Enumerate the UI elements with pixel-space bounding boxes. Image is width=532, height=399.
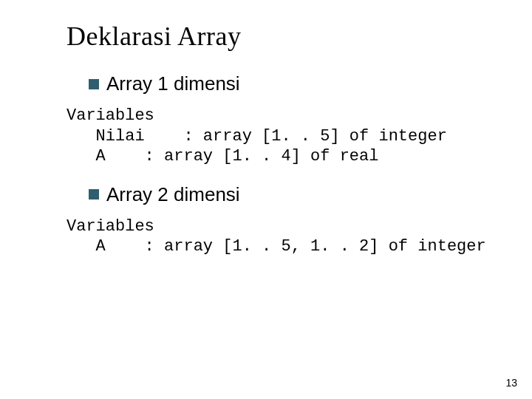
page-title: Deklarasi Array bbox=[66, 21, 488, 52]
slide: Deklarasi Array Array 1 dimensi Variable… bbox=[0, 0, 532, 399]
page-number: 13 bbox=[505, 377, 517, 389]
bullet-text-1d: Array 1 dimensi bbox=[106, 72, 240, 95]
code-block-1d: Variables Nilai : array [1. . 5] of inte… bbox=[66, 106, 488, 167]
bullet-array-2d: Array 2 dimensi bbox=[89, 183, 488, 206]
square-bullet-icon bbox=[89, 189, 99, 200]
square-bullet-icon bbox=[89, 79, 99, 89]
bullet-text-2d: Array 2 dimensi bbox=[106, 183, 240, 206]
code-block-2d: Variables A : array [1. . 5, 1. . 2] of … bbox=[66, 216, 488, 257]
bullet-array-1d: Array 1 dimensi bbox=[89, 72, 488, 95]
